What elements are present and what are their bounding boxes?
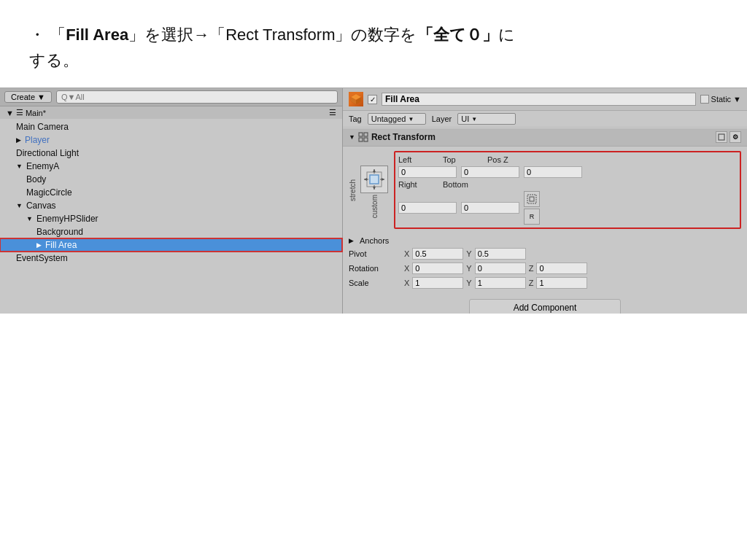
scene-icon: ☰ (16, 108, 23, 117)
item-label: Body (26, 174, 46, 184)
instruction-bullet: ・ (29, 26, 45, 44)
field-value-row2: R (398, 191, 737, 225)
bottom-input[interactable] (461, 202, 519, 214)
svg-marker-18 (382, 178, 384, 181)
list-item[interactable]: ▼ Canvas (0, 199, 342, 212)
static-dropdown-arrow[interactable]: ▼ (733, 95, 741, 104)
chevron-down-icon: ▼ (471, 116, 477, 122)
item-label: MagicCircle (26, 187, 72, 198)
side-buttons: R (524, 191, 540, 225)
item-label: Main Camera (16, 122, 69, 132)
bottom-header: Bottom (443, 180, 483, 189)
add-component-button[interactable]: Add Component (469, 299, 622, 314)
r-button[interactable]: R (524, 209, 540, 225)
rotation-z-input[interactable] (536, 262, 587, 274)
pivot-x-input[interactable] (412, 248, 463, 260)
left-input[interactable] (398, 166, 457, 178)
scene-header: ▼ ☰ Main* ☰ (0, 106, 342, 119)
component-name-input[interactable] (382, 93, 696, 106)
instruction-text3: に (498, 26, 515, 44)
instruction-text1: 「 (50, 26, 66, 44)
create-button[interactable]: Create ▼ (4, 91, 52, 103)
pivot-y-input[interactable] (475, 248, 526, 260)
item-label: EnemyHPSlider (36, 214, 98, 224)
scene-menu-icon: ☰ (329, 108, 336, 117)
blueprint-button[interactable] (524, 191, 540, 207)
item-label: Player (25, 135, 50, 145)
right-header: Right (398, 180, 438, 189)
scale-z-input[interactable] (536, 277, 587, 289)
anchors-triangle[interactable]: ▶ (349, 237, 354, 244)
search-input[interactable] (56, 90, 338, 104)
component-checkbox[interactable]: ✓ (368, 95, 377, 104)
tag-dropdown[interactable]: Untagged ▼ (368, 113, 426, 125)
posz-input[interactable] (524, 166, 582, 178)
fields-grid: Left Top Pos Z Right (394, 151, 741, 229)
hierarchy-content: Main Camera ▶ Player Directional Light ▼… (0, 119, 342, 266)
list-item[interactable]: Body (0, 173, 342, 186)
svg-rect-20 (530, 197, 534, 201)
tag-layer-row: Tag Untagged ▼ Layer UI ▼ (343, 111, 747, 128)
svg-rect-19 (527, 195, 536, 203)
scale-x-input[interactable] (412, 277, 463, 289)
list-item[interactable]: Main Camera (0, 120, 342, 133)
add-component-row: Add Component (343, 293, 747, 314)
item-label: Fill Area (45, 240, 77, 250)
layer-label: Layer (432, 114, 452, 123)
top-input[interactable] (461, 166, 519, 178)
rect-transform-component: ▼ Rect Transform ⚙ (343, 128, 747, 314)
instruction-text2: 」を選択→「Rect Transform」の数字を (128, 26, 417, 44)
svg-rect-7 (364, 138, 368, 141)
static-checkbox[interactable] (700, 95, 709, 104)
triangle-icon: ▶ (36, 241, 42, 249)
list-item[interactable]: MagicCircle (0, 186, 342, 199)
pivot-x-label: X (404, 249, 409, 258)
svg-marker-16 (364, 178, 367, 181)
rect-transform-header: ▼ Rect Transform ⚙ (343, 128, 747, 147)
expand-triangle-icon[interactable]: ▼ (349, 133, 355, 141)
unity-cube-icon (349, 92, 363, 106)
anchors-row: ▶ Anchors (349, 235, 741, 246)
field-value-row1 (398, 166, 737, 178)
field-header-row1: Left Top Pos Z (398, 155, 737, 164)
anchor-box[interactable] (360, 166, 388, 193)
svg-rect-6 (359, 138, 363, 141)
rect-icon-2[interactable]: ⚙ (729, 131, 741, 143)
rotation-x-input[interactable] (412, 262, 463, 274)
rotation-row: Rotation X Y Z (349, 261, 741, 276)
transform-icon (358, 132, 368, 142)
svg-rect-5 (364, 133, 368, 136)
list-item[interactable]: Background (0, 225, 342, 238)
list-item[interactable]: ▶ Player (0, 133, 342, 147)
scene-triangle: ▼ (6, 109, 14, 117)
anchors-label: Anchors (360, 236, 411, 245)
pivot-xyz: X Y (404, 248, 526, 260)
list-item[interactable]: ▼ EnemyHPSlider (0, 212, 342, 225)
triangle-icon: ▼ (16, 163, 23, 170)
prop-rows: ▶ Anchors Pivot X Y Rotation (343, 233, 747, 293)
pivot-label: Pivot (349, 249, 400, 258)
inspector-panel: ✓ Static ▼ Tag Untagged ▼ Layer UI ▼ (343, 88, 747, 314)
item-label: Background (36, 227, 83, 237)
top-header: Top (443, 155, 483, 164)
rotation-y-input[interactable] (475, 262, 526, 274)
list-item[interactable]: Directional Light (0, 147, 342, 160)
rect-transform-title: Rect Transform (371, 132, 436, 142)
rotation-label: Rotation (349, 264, 400, 273)
right-input[interactable] (398, 202, 457, 214)
layer-dropdown[interactable]: UI ▼ (457, 113, 516, 125)
instruction-area: ・ 「Fill Area」を選択→「Rect Transform」の数字を「全て… (0, 0, 747, 88)
rect-icon-1[interactable] (716, 131, 727, 143)
scale-y-input[interactable] (475, 277, 526, 289)
instruction-bold1: Fill Area (66, 26, 128, 44)
list-item[interactable]: EventSystem (0, 252, 342, 265)
svg-rect-8 (719, 134, 724, 140)
rect-highlight-box: Left Top Pos Z Right (394, 151, 741, 229)
hierarchy-panel: Create ▼ ▼ ☰ Main* ☰ Main Camera ▶ Playe… (0, 88, 343, 314)
rect-body: stretch (343, 147, 747, 233)
posz-header: Pos Z (487, 155, 527, 164)
scale-z-label: Z (529, 279, 534, 287)
list-item[interactable]: ▼ EnemyA (0, 160, 342, 173)
list-item-fill-area[interactable]: ▶ Fill Area (0, 238, 342, 252)
item-label: EnemyA (26, 161, 59, 171)
